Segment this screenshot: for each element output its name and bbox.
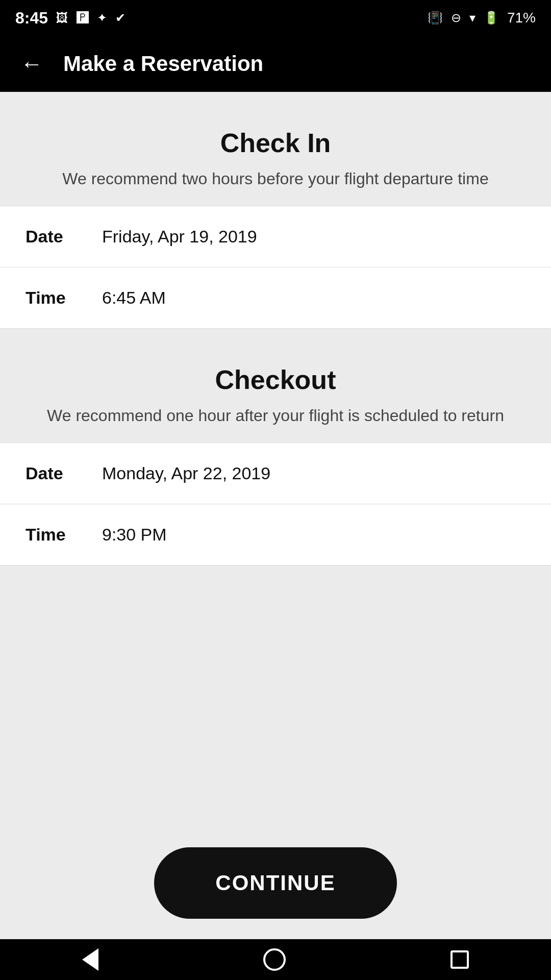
toolbar: ← Make a Reservation xyxy=(0,36,551,92)
continue-button[interactable]: CONTINUE xyxy=(154,847,396,919)
checkin-date-row[interactable]: Date Friday, Apr 19, 2019 xyxy=(0,206,551,267)
checkout-time-value: 9:30 PM xyxy=(102,525,167,545)
checkout-subtitle: We recommend one hour after your flight … xyxy=(20,404,531,427)
nav-square-icon xyxy=(450,950,469,969)
checkin-title: Check In xyxy=(20,128,531,158)
battery-icon: 🔋 xyxy=(484,11,499,25)
fam-icon: ✦ xyxy=(97,11,107,25)
battery-percent: 71% xyxy=(507,10,536,26)
checkin-time-row[interactable]: Time 6:45 AM xyxy=(0,267,551,329)
parking-icon: 🅿 xyxy=(77,11,89,25)
bottom-nav xyxy=(0,939,551,980)
checkout-time-row[interactable]: Time 9:30 PM xyxy=(0,504,551,566)
checkin-time-value: 6:45 AM xyxy=(102,288,166,308)
status-right: 📳 ⊖ ▾ 🔋 71% xyxy=(428,10,536,26)
checkout-header: Checkout We recommend one hour after you… xyxy=(0,354,551,443)
section-gap xyxy=(0,329,551,354)
checkin-date-label: Date xyxy=(26,227,87,247)
nav-back-button[interactable] xyxy=(82,948,98,971)
flag-icon: ✔ xyxy=(115,11,126,25)
page-title: Make a Reservation xyxy=(63,52,263,76)
checkout-date-label: Date xyxy=(26,463,87,483)
checkout-date-value: Monday, Apr 22, 2019 xyxy=(102,463,270,483)
continue-btn-wrapper: CONTINUE xyxy=(0,847,551,919)
back-button[interactable]: ← xyxy=(15,47,48,80)
checkin-time-label: Time xyxy=(26,288,87,308)
status-left: 8:45 🖼 🅿 ✦ ✔ xyxy=(15,9,126,28)
checkin-header: Check In We recommend two hours before y… xyxy=(0,117,551,206)
vibrate-icon: 📳 xyxy=(428,11,443,25)
dnd-icon: ⊖ xyxy=(451,11,461,25)
main-content: Check In We recommend two hours before y… xyxy=(0,92,551,939)
nav-back-icon xyxy=(82,948,98,971)
status-time: 8:45 xyxy=(15,9,48,28)
wifi-icon: ▾ xyxy=(469,11,475,25)
checkout-date-row[interactable]: Date Monday, Apr 22, 2019 xyxy=(0,443,551,504)
checkout-time-label: Time xyxy=(26,525,87,545)
nav-home-icon xyxy=(263,948,286,971)
status-bar: 8:45 🖼 🅿 ✦ ✔ 📳 ⊖ ▾ 🔋 71% xyxy=(0,0,551,36)
nav-recents-button[interactable] xyxy=(450,950,469,969)
checkout-title: Checkout xyxy=(20,364,531,395)
photo-icon: 🖼 xyxy=(56,11,68,25)
nav-home-button[interactable] xyxy=(263,948,286,971)
checkin-date-value: Friday, Apr 19, 2019 xyxy=(102,227,257,247)
checkin-subtitle: We recommend two hours before your fligh… xyxy=(20,167,531,190)
